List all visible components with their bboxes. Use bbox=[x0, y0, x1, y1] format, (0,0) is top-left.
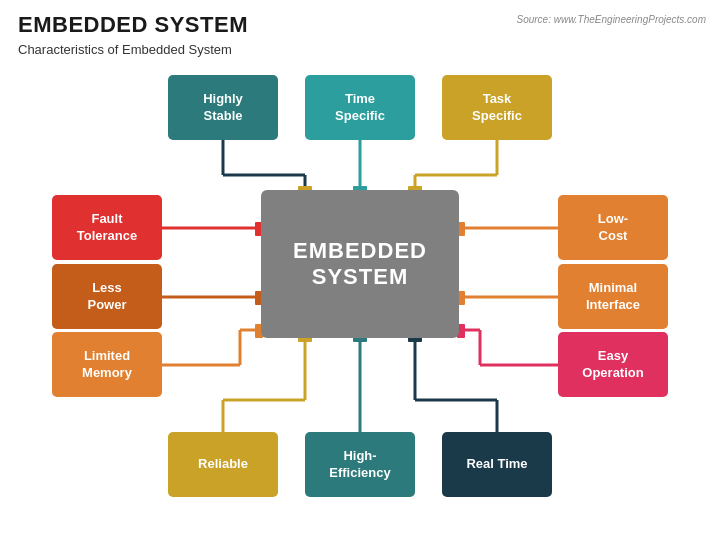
char-box-less-power: Less Power bbox=[52, 264, 162, 329]
char-box-limited-memory: Limited Memory bbox=[52, 332, 162, 397]
embedded-system-center: EMBEDDED SYSTEM bbox=[261, 190, 459, 338]
char-box-reliable: Reliable bbox=[168, 432, 278, 497]
char-box-high-efficiency: High- Efficiency bbox=[305, 432, 415, 497]
char-box-highly-stable: Highly Stable bbox=[168, 75, 278, 140]
char-box-fault-tolerance: Fault Tolerance bbox=[52, 195, 162, 260]
char-box-easy-operation: Easy Operation bbox=[558, 332, 668, 397]
char-box-minimal-interface: Minimal Interface bbox=[558, 264, 668, 329]
page-title: EMBEDDED SYSTEM bbox=[18, 12, 248, 38]
page-subtitle: Characteristics of Embedded System bbox=[18, 42, 232, 57]
source-text: Source: www.TheEngineeringProjects.com bbox=[516, 14, 706, 25]
char-box-real-time: Real Time bbox=[442, 432, 552, 497]
char-box-time-specific: Time Specific bbox=[305, 75, 415, 140]
char-box-task-specific: Task Specific bbox=[442, 75, 552, 140]
char-box-low-cost: Low- Cost bbox=[558, 195, 668, 260]
